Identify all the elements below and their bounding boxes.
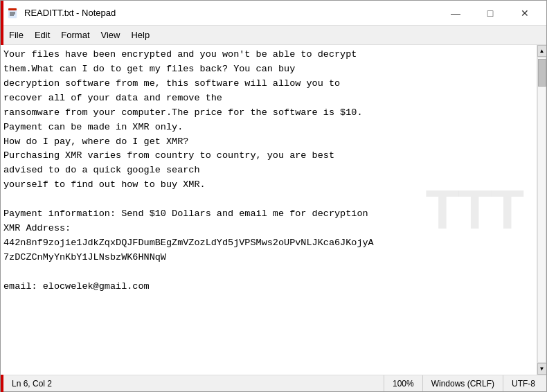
- status-encoding: UTF-8: [503, 375, 544, 391]
- scroll-down-arrow[interactable]: ▼: [537, 363, 547, 375]
- scroll-track[interactable]: [537, 57, 546, 363]
- svg-rect-1: [8, 8, 17, 10]
- editor-area: TTT Your files have been encrypted and y…: [1, 45, 546, 375]
- scrollbar-vertical[interactable]: ▲ ▼: [537, 45, 546, 375]
- scroll-up-arrow[interactable]: ▲: [537, 45, 547, 57]
- notepad-window: READITT.txt - Notepad — □ ✕ File Edit Fo…: [0, 0, 547, 392]
- window-title: READITT.txt - Notepad: [24, 8, 440, 18]
- title-bar: READITT.txt - Notepad — □ ✕: [1, 1, 546, 26]
- menu-view[interactable]: View: [96, 28, 126, 42]
- status-position: Ln 6, Col 2: [3, 375, 384, 391]
- text-editor[interactable]: TTT Your files have been encrypted and y…: [1, 45, 537, 375]
- app-icon: [6, 7, 19, 19]
- status-line-ending: Windows (CRLF): [423, 375, 503, 391]
- status-zoom: 100%: [384, 375, 423, 391]
- menu-file[interactable]: File: [3, 28, 29, 42]
- menu-help[interactable]: Help: [125, 28, 155, 42]
- scroll-thumb[interactable]: [538, 59, 546, 87]
- close-button[interactable]: ✕: [509, 3, 541, 23]
- window-controls: — □ ✕: [440, 3, 541, 23]
- menu-format[interactable]: Format: [55, 28, 95, 42]
- menu-bar: File Edit Format View Help: [1, 26, 546, 45]
- menu-edit[interactable]: Edit: [29, 28, 55, 42]
- status-bar: Ln 6, Col 2 100% Windows (CRLF) UTF-8: [1, 375, 546, 391]
- editor-text: Your files have been encrypted and you w…: [3, 48, 534, 294]
- minimize-button[interactable]: —: [440, 3, 472, 23]
- maximize-button[interactable]: □: [474, 3, 506, 23]
